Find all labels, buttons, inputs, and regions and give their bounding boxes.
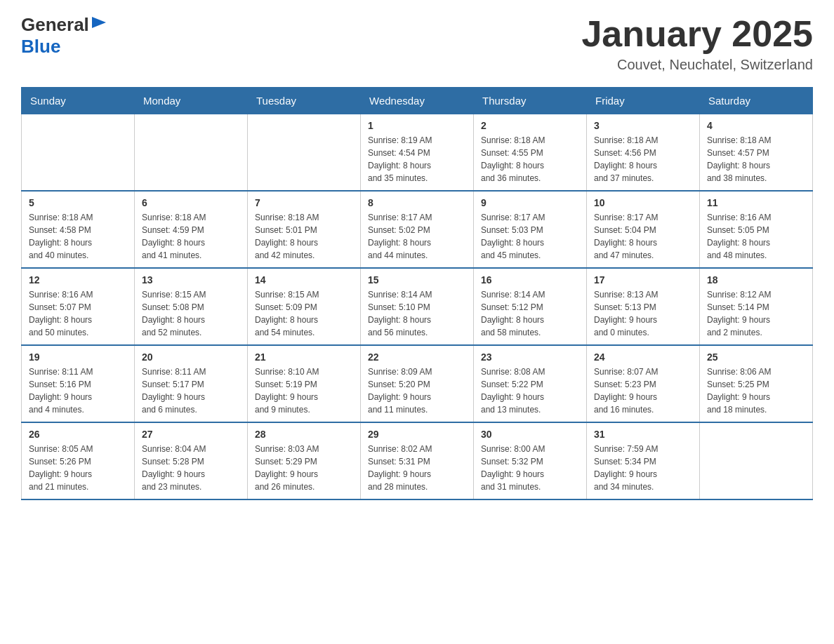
day-number: 3 [594,120,692,131]
day-info: Sunrise: 8:18 AM Sunset: 5:01 PM Dayligh… [255,211,353,262]
day-number: 9 [481,197,579,208]
day-number: 23 [481,351,579,363]
day-number: 31 [594,429,692,440]
svg-marker-0 [92,17,106,28]
calendar-cell: 3Sunrise: 8:18 AM Sunset: 4:56 PM Daylig… [587,114,700,192]
calendar-cell: 12Sunrise: 8:16 AM Sunset: 5:07 PM Dayli… [22,268,135,345]
day-number: 20 [142,351,240,363]
day-info: Sunrise: 8:17 AM Sunset: 5:03 PM Dayligh… [481,211,579,262]
day-number: 14 [255,274,353,286]
day-info: Sunrise: 8:18 AM Sunset: 4:57 PM Dayligh… [707,134,805,185]
day-number: 26 [29,429,127,440]
calendar-cell: 5Sunrise: 8:18 AM Sunset: 4:58 PM Daylig… [22,191,135,268]
day-number: 1 [368,120,466,131]
calendar-cell: 13Sunrise: 8:15 AM Sunset: 5:08 PM Dayli… [135,268,248,345]
day-number: 27 [142,429,240,440]
calendar-week-2: 5Sunrise: 8:18 AM Sunset: 4:58 PM Daylig… [22,191,813,268]
day-info: Sunrise: 8:08 AM Sunset: 5:22 PM Dayligh… [481,365,579,416]
day-number: 7 [255,197,353,208]
day-info: Sunrise: 8:10 AM Sunset: 5:19 PM Dayligh… [255,365,353,416]
calendar-cell: 23Sunrise: 8:08 AM Sunset: 5:22 PM Dayli… [474,345,587,422]
header-day-tuesday: Tuesday [248,88,361,114]
page-header: General Blue January 2025 Couvet, Neucha… [21,14,813,73]
calendar-cell: 18Sunrise: 8:12 AM Sunset: 5:14 PM Dayli… [700,268,813,345]
day-number: 29 [368,429,466,440]
calendar-cell [22,114,135,192]
calendar-cell: 14Sunrise: 8:15 AM Sunset: 5:09 PM Dayli… [248,268,361,345]
calendar-table: SundayMondayTuesdayWednesdayThursdayFrid… [21,87,813,500]
day-info: Sunrise: 8:17 AM Sunset: 5:04 PM Dayligh… [594,211,692,262]
day-number: 4 [707,120,805,131]
calendar-cell: 31Sunrise: 7:59 AM Sunset: 5:34 PM Dayli… [587,422,700,499]
day-info: Sunrise: 8:16 AM Sunset: 5:05 PM Dayligh… [707,211,805,262]
day-info: Sunrise: 8:13 AM Sunset: 5:13 PM Dayligh… [594,288,692,339]
day-number: 8 [368,197,466,208]
logo: General Blue [21,14,106,58]
day-info: Sunrise: 8:12 AM Sunset: 5:14 PM Dayligh… [707,288,805,339]
calendar-cell: 24Sunrise: 8:07 AM Sunset: 5:23 PM Dayli… [587,345,700,422]
calendar-week-1: 1Sunrise: 8:19 AM Sunset: 4:54 PM Daylig… [22,114,813,192]
logo-general-text: General [21,14,89,36]
day-info: Sunrise: 8:19 AM Sunset: 4:54 PM Dayligh… [368,134,466,185]
calendar-cell: 17Sunrise: 8:13 AM Sunset: 5:13 PM Dayli… [587,268,700,345]
day-number: 12 [29,274,127,286]
calendar-header: SundayMondayTuesdayWednesdayThursdayFrid… [22,88,813,114]
day-number: 11 [707,197,805,208]
month-title: January 2025 [581,14,813,54]
day-info: Sunrise: 8:15 AM Sunset: 5:08 PM Dayligh… [142,288,240,339]
calendar-cell: 25Sunrise: 8:06 AM Sunset: 5:25 PM Dayli… [700,345,813,422]
day-info: Sunrise: 8:18 AM Sunset: 4:58 PM Dayligh… [29,211,127,262]
calendar-cell: 15Sunrise: 8:14 AM Sunset: 5:10 PM Dayli… [361,268,474,345]
calendar-cell [248,114,361,192]
day-number: 6 [142,197,240,208]
calendar-cell: 2Sunrise: 8:18 AM Sunset: 4:55 PM Daylig… [474,114,587,192]
day-number: 10 [594,197,692,208]
calendar-cell: 9Sunrise: 8:17 AM Sunset: 5:03 PM Daylig… [474,191,587,268]
calendar-cell: 6Sunrise: 8:18 AM Sunset: 4:59 PM Daylig… [135,191,248,268]
calendar-cell: 8Sunrise: 8:17 AM Sunset: 5:02 PM Daylig… [361,191,474,268]
day-number: 28 [255,429,353,440]
day-number: 22 [368,351,466,363]
day-info: Sunrise: 7:59 AM Sunset: 5:34 PM Dayligh… [594,443,692,493]
calendar-cell: 19Sunrise: 8:11 AM Sunset: 5:16 PM Dayli… [22,345,135,422]
day-info: Sunrise: 8:17 AM Sunset: 5:02 PM Dayligh… [368,211,466,262]
calendar-week-3: 12Sunrise: 8:16 AM Sunset: 5:07 PM Dayli… [22,268,813,345]
day-number: 21 [255,351,353,363]
calendar-cell: 30Sunrise: 8:00 AM Sunset: 5:32 PM Dayli… [474,422,587,499]
calendar-week-4: 19Sunrise: 8:11 AM Sunset: 5:16 PM Dayli… [22,345,813,422]
day-info: Sunrise: 8:15 AM Sunset: 5:09 PM Dayligh… [255,288,353,339]
logo-blue-text: Blue [21,36,60,57]
calendar-cell: 16Sunrise: 8:14 AM Sunset: 5:12 PM Dayli… [474,268,587,345]
calendar-cell: 21Sunrise: 8:10 AM Sunset: 5:19 PM Dayli… [248,345,361,422]
day-info: Sunrise: 8:14 AM Sunset: 5:12 PM Dayligh… [481,288,579,339]
day-number: 5 [29,197,127,208]
day-number: 25 [707,351,805,363]
header-day-saturday: Saturday [700,88,813,114]
calendar-cell: 22Sunrise: 8:09 AM Sunset: 5:20 PM Dayli… [361,345,474,422]
day-info: Sunrise: 8:05 AM Sunset: 5:26 PM Dayligh… [29,443,127,493]
calendar-week-5: 26Sunrise: 8:05 AM Sunset: 5:26 PM Dayli… [22,422,813,499]
day-info: Sunrise: 8:16 AM Sunset: 5:07 PM Dayligh… [29,288,127,339]
day-number: 17 [594,274,692,286]
day-info: Sunrise: 8:11 AM Sunset: 5:16 PM Dayligh… [29,365,127,416]
day-info: Sunrise: 8:00 AM Sunset: 5:32 PM Dayligh… [481,443,579,493]
calendar-cell: 20Sunrise: 8:11 AM Sunset: 5:17 PM Dayli… [135,345,248,422]
day-number: 16 [481,274,579,286]
day-number: 19 [29,351,127,363]
header-day-monday: Monday [135,88,248,114]
day-number: 2 [481,120,579,131]
calendar-cell: 7Sunrise: 8:18 AM Sunset: 5:01 PM Daylig… [248,191,361,268]
calendar-cell: 28Sunrise: 8:03 AM Sunset: 5:29 PM Dayli… [248,422,361,499]
logo-triangle-icon [92,17,106,31]
calendar-cell [135,114,248,192]
day-number: 30 [481,429,579,440]
day-number: 15 [368,274,466,286]
header-day-sunday: Sunday [22,88,135,114]
day-number: 24 [594,351,692,363]
day-info: Sunrise: 8:18 AM Sunset: 4:59 PM Dayligh… [142,211,240,262]
day-info: Sunrise: 8:04 AM Sunset: 5:28 PM Dayligh… [142,443,240,493]
calendar-cell: 27Sunrise: 8:04 AM Sunset: 5:28 PM Dayli… [135,422,248,499]
day-info: Sunrise: 8:02 AM Sunset: 5:31 PM Dayligh… [368,443,466,493]
day-info: Sunrise: 8:06 AM Sunset: 5:25 PM Dayligh… [707,365,805,416]
day-info: Sunrise: 8:14 AM Sunset: 5:10 PM Dayligh… [368,288,466,339]
